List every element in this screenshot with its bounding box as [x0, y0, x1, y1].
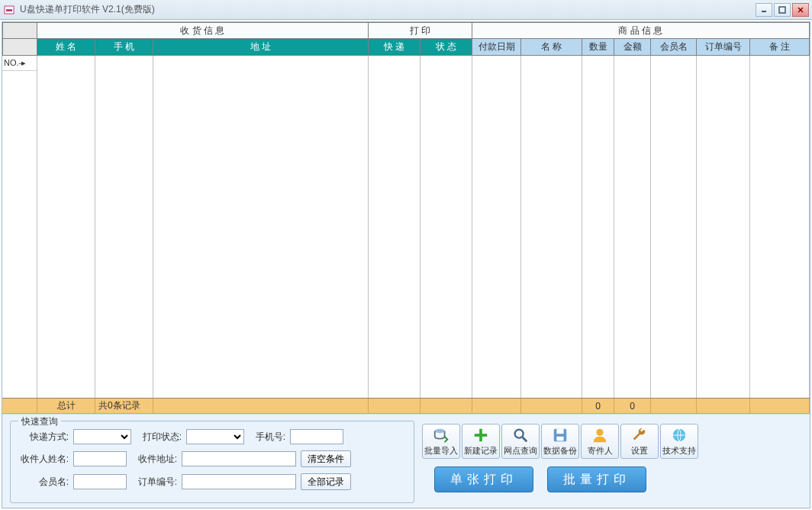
orderno-input[interactable] — [182, 474, 296, 489]
col-amount[interactable]: 金额 — [614, 39, 651, 56]
row-indicator[interactable]: NO.-▸ — [2, 56, 37, 71]
svg-rect-8 — [475, 434, 488, 437]
col-member[interactable]: 会员名 — [651, 39, 697, 56]
col-address[interactable]: 地 址 — [153, 39, 369, 56]
recipient-input[interactable] — [73, 451, 127, 466]
col-name[interactable]: 姓 名 — [37, 39, 95, 56]
label-member: 会员名: — [18, 476, 69, 489]
footer-amount: 0 — [614, 399, 651, 413]
label-address: 收件地址: — [131, 453, 177, 466]
print-batch-button[interactable]: 批量打印 — [547, 466, 646, 492]
wrench-icon — [631, 427, 648, 444]
query-legend: 快速查询 — [18, 415, 61, 428]
clear-button[interactable]: 清空条件 — [301, 450, 351, 467]
rownum-header2 — [2, 39, 37, 56]
quick-query-panel: 快速查询 快递方式: 打印状态: 手机号: 收件人姓名: 收件地址: 清空条件 — [10, 421, 414, 503]
svg-line-10 — [523, 437, 527, 441]
save-icon — [552, 427, 569, 444]
col-qty[interactable]: 数量 — [582, 39, 614, 56]
import-button[interactable]: 批量导入 — [422, 424, 460, 459]
status-combo[interactable] — [186, 429, 244, 444]
globe-icon — [671, 427, 688, 444]
svg-point-6 — [435, 428, 445, 433]
footer-qty: 0 — [582, 399, 614, 413]
col-express[interactable]: 快 递 — [369, 39, 420, 56]
grid-col-status — [420, 56, 472, 398]
grid-col-amount — [614, 56, 651, 398]
group-product: 商 品 信 息 — [472, 22, 810, 39]
person-icon — [591, 427, 608, 444]
rownum-header — [2, 22, 37, 39]
data-grid: 收 货 信 息 打 印 商 品 信 息 姓 名 手 机 地 址 快 递 状 态 … — [2, 22, 810, 414]
svg-rect-1 — [6, 9, 12, 11]
svg-point-14 — [596, 428, 603, 435]
label-recipient: 收件人姓名: — [18, 453, 69, 466]
express-combo[interactable] — [73, 429, 131, 444]
svg-rect-13 — [556, 436, 563, 441]
svg-point-9 — [515, 429, 524, 437]
footer-count: 共0条记录 — [95, 399, 153, 413]
label-express: 快递方式: — [18, 431, 69, 444]
grid-col-qty — [582, 56, 614, 398]
col-phone[interactable]: 手 机 — [95, 39, 153, 56]
group-receiving: 收 货 信 息 — [37, 22, 369, 39]
print-single-button[interactable]: 单张打印 — [434, 466, 533, 492]
app-icon — [3, 4, 15, 16]
grid-col-address — [153, 56, 369, 398]
network-query-button[interactable]: 网点查询 — [501, 424, 540, 459]
sender-button[interactable]: 寄件人 — [581, 424, 619, 459]
window-title: U盘快递单打印软件 V2.1(免费版) — [20, 3, 756, 16]
member-input[interactable] — [73, 474, 127, 489]
label-phone: 手机号: — [249, 431, 285, 444]
close-button[interactable] — [792, 3, 809, 17]
footer-total: 总计 — [37, 399, 95, 413]
database-import-icon — [433, 427, 450, 444]
settings-button[interactable]: 设置 — [620, 424, 659, 459]
grid-col-remark — [750, 56, 810, 398]
label-orderno: 订单编号: — [131, 476, 177, 489]
grid-col-express — [369, 56, 420, 398]
search-icon — [512, 427, 529, 444]
all-records-button[interactable]: 全部记录 — [301, 473, 351, 490]
col-status[interactable]: 状 态 — [420, 39, 472, 56]
col-orderno[interactable]: 订单编号 — [697, 39, 750, 56]
minimize-button[interactable] — [756, 3, 772, 17]
grid-col-orderno — [697, 56, 750, 398]
backup-button[interactable]: 数据备份 — [541, 424, 579, 459]
new-record-button[interactable]: 新建记录 — [462, 424, 500, 459]
grid-footer: 总计 共0条记录 0 0 — [2, 398, 810, 413]
col-prodname[interactable]: 名 称 — [521, 39, 582, 56]
svg-rect-3 — [779, 7, 785, 13]
col-remark[interactable]: 备 注 — [750, 39, 810, 56]
address-input[interactable] — [182, 451, 296, 466]
maximize-button[interactable] — [774, 3, 791, 17]
toolbar: 批量导入 新建记录 网点查询 数据备份 — [422, 424, 802, 459]
label-status: 打印状态: — [136, 431, 182, 444]
group-print: 打 印 — [369, 22, 472, 39]
grid-col-member — [651, 56, 697, 398]
svg-rect-12 — [556, 428, 563, 433]
col-paydate[interactable]: 付款日期 — [472, 39, 521, 56]
phone-input[interactable] — [290, 429, 343, 444]
plus-icon — [472, 427, 489, 444]
grid-col-prodname — [521, 56, 582, 398]
grid-col-phone — [95, 56, 153, 398]
grid-col-paydate — [472, 56, 521, 398]
support-button[interactable]: 技术支持 — [660, 424, 698, 459]
titlebar: U盘快递单打印软件 V2.1(免费版) — [0, 0, 812, 20]
grid-col-name — [37, 56, 95, 398]
